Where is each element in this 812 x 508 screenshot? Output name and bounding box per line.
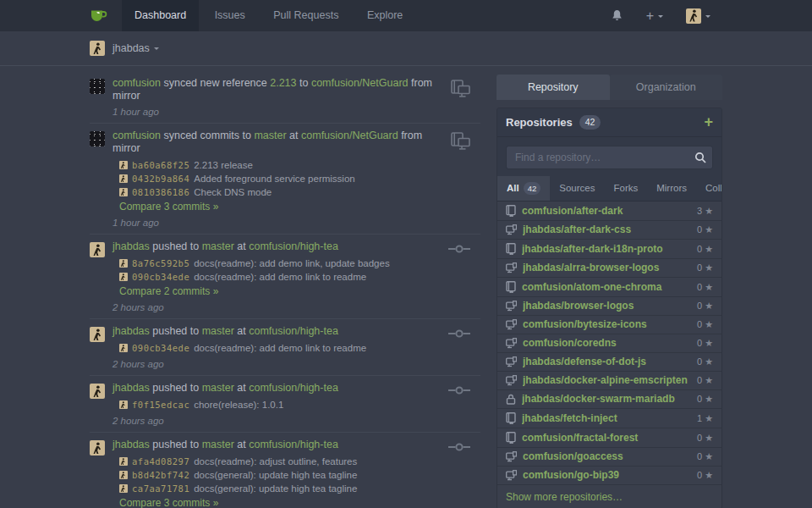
show-more-repositories-link[interactable]: Show more repositories… [497,485,721,508]
repo-link[interactable]: comfusion/NetGuard [311,77,409,89]
compare-commits-link[interactable]: Compare 2 commits » [119,285,438,298]
commit-author-avatar[interactable] [119,400,128,409]
repo-icon [506,412,516,424]
repo-filter-tab[interactable]: All42 [497,176,550,202]
star-count: 0★ [697,301,713,312]
repo-filter-tab[interactable]: Sources [550,176,604,202]
commit-sha-link[interactable]: 8a76c592b5 [132,258,189,268]
commit-sha-link[interactable]: 0810386186 [132,187,189,197]
nav-issues[interactable]: Issues [202,0,258,31]
star-icon: ★ [705,356,713,367]
commit-sha-link[interactable]: ba60a68f25 [132,160,189,170]
compare-commits-link[interactable]: Compare 3 commits » [119,497,438,508]
commit-message: docs(readme): add demo link to readme [194,343,366,353]
actor-link[interactable]: jhabdas [112,325,150,337]
actor-avatar[interactable] [90,327,105,342]
commit-author-avatar[interactable] [119,484,128,493]
repo-link[interactable]: comfusion/high-tea [249,240,338,252]
context-header: jhabdas [0,31,812,66]
repo-name: comfusion/goaccess [523,451,691,462]
commit-sha-link[interactable]: 090cb34ede [132,272,189,282]
nav-pull-requests[interactable]: Pull Requests [261,0,351,31]
actor-avatar[interactable] [90,242,105,257]
commit-list: 8a76c592b5docs(readme): add demo link, u… [119,257,438,284]
repo-list-item[interactable]: jhabdas/after-dark-i18n-proto0★ [497,240,721,259]
repo-list-item[interactable]: jhabdas/docker-swarm-mariadb0★ [497,390,721,409]
create-new-dropdown[interactable]: + [646,9,663,23]
commit-sha-link[interactable]: ca7aa71781 [132,483,189,494]
star-icon: ★ [705,244,713,255]
commit-sha-link[interactable]: 0432b9a864 [132,174,189,184]
repo-link[interactable]: comfusion/high-tea [249,382,338,394]
repo-list-item[interactable]: comfusion/after-dark3★ [497,202,721,221]
actor-avatar[interactable] [90,131,105,146]
actor-link[interactable]: jhabdas [112,240,150,252]
repo-filter-tab[interactable]: Collaborative [696,176,722,202]
actor-link[interactable]: comfusion [112,77,161,89]
timestamp: 1 hour ago [112,218,438,228]
repo-list-item[interactable]: comfusion/bytesize-icons0★ [497,316,721,334]
repo-name: jhabdas/browser-logos [523,301,691,312]
repo-list-item[interactable]: jhabdas/fetch-inject1★ [497,409,721,428]
repo-list-item[interactable]: jhabdas/docker-alpine-emscripten0★ [497,372,721,390]
branch-or-ref-link[interactable]: master [202,439,234,450]
actor-link[interactable]: jhabdas [112,439,150,450]
commit-sha-link[interactable]: afa4d08297 [132,456,189,467]
repo-list-item[interactable]: comfusion/coredns0★ [497,334,721,353]
nav-explore[interactable]: Explore [354,0,415,31]
commit-sha-link[interactable]: b8d42bf742 [132,470,189,480]
repo-list-item[interactable]: comfusion/atom-one-chroma0★ [497,278,721,297]
commit-author-avatar[interactable] [119,273,128,281]
branch-or-ref-link[interactable]: 2.213 [270,77,296,89]
actor-avatar[interactable] [90,440,105,456]
actor-link[interactable]: comfusion [112,130,161,141]
new-repository-button[interactable]: + [704,116,713,128]
commit-sha-link[interactable]: f0f15edcac [132,400,189,410]
repo-name: jhabdas/after-dark-css [523,224,691,235]
tab-repository[interactable]: Repository [497,75,610,100]
commit-author-avatar[interactable] [119,457,128,466]
commit-author-avatar[interactable] [119,188,128,196]
star-icon: ★ [705,301,713,312]
dashboard-main: comfusion synced new reference 2.213 to … [0,66,812,508]
nav-dashboard[interactable]: Dashboard [122,0,199,31]
tab-organization[interactable]: Organization [610,75,723,100]
repo-list-item[interactable]: jhabdas/after-dark-css0★ [497,221,721,240]
repo-list-item[interactable]: jhabdas/alrra-browser-logos0★ [497,259,721,278]
repo-list-item[interactable]: comfusion/goaccess0★ [497,448,721,467]
star-number: 0 [697,394,702,405]
context-user-switcher[interactable]: jhabdas [105,42,159,54]
compare-commits-link[interactable]: Compare 3 commits » [119,201,438,213]
feed-item: jhabdas pushed to master at comfusion/hi… [90,235,480,319]
branch-or-ref-link[interactable]: master [254,130,286,141]
repo-name: jhabdas/docker-swarm-mariadb [522,394,691,405]
user-menu-dropdown[interactable] [686,8,710,24]
commit-author-avatar[interactable] [119,344,128,352]
gitea-logo[interactable] [90,8,108,23]
repo-search-input[interactable] [506,146,713,169]
repo-link[interactable]: comfusion/NetGuard [301,130,398,141]
commit-author-avatar[interactable] [119,471,128,479]
commit-sha-link[interactable]: 090cb34ede [132,343,189,353]
repo-list-item[interactable]: comfusion/go-bip390★ [497,467,721,485]
commit-author-avatar[interactable] [119,161,128,169]
actor-link[interactable]: jhabdas [112,382,150,394]
repo-link[interactable]: comfusion/high-tea [249,439,338,450]
count-badge: 42 [524,182,541,196]
repo-filter-tab[interactable]: Mirrors [647,176,696,202]
actor-avatar[interactable] [90,384,105,399]
commit-author-avatar[interactable] [119,174,128,183]
repo-list-item[interactable]: jhabdas/browser-logos0★ [497,297,721,316]
repo-link[interactable]: comfusion/high-tea [249,325,338,337]
notifications-button[interactable] [611,9,623,22]
repo-filter-tab[interactable]: Forks [604,176,647,202]
repo-list-item[interactable]: jhabdas/defense-of-dot-js0★ [497,353,721,372]
action-text: at [234,240,249,252]
action-text: pushed to [150,382,202,394]
commit-author-avatar[interactable] [119,259,128,268]
repo-list-item[interactable]: comfusion/fractal-forest0★ [497,428,721,448]
branch-or-ref-link[interactable]: master [202,325,234,337]
actor-avatar[interactable] [90,79,105,94]
branch-or-ref-link[interactable]: master [202,382,234,394]
branch-or-ref-link[interactable]: master [202,240,234,252]
